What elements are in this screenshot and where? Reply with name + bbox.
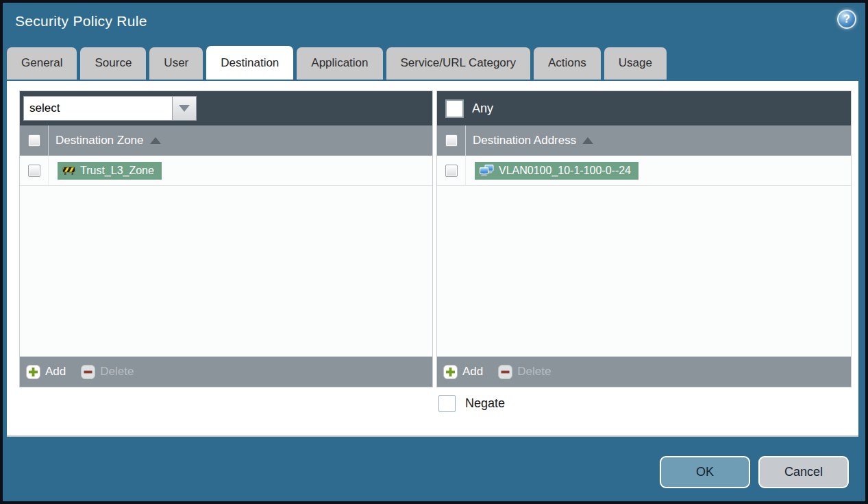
plus-icon (443, 365, 458, 379)
zone-type-select-input[interactable] (23, 96, 172, 121)
tab-general[interactable]: General (7, 47, 77, 80)
dialog-title: Security Policy Rule (15, 13, 147, 29)
address-select-all-cell (437, 125, 466, 156)
address-chip[interactable]: VLAN0100_10-1-100-0--24 (475, 162, 638, 180)
zone-panel-footer: Add Delete (20, 357, 432, 387)
tab-source[interactable]: Source (80, 47, 146, 80)
any-checkbox[interactable] (445, 99, 464, 118)
address-panel-footer: Add Delete (437, 357, 851, 387)
address-panel-toolbar: Any (437, 91, 851, 125)
zone-row-checkbox[interactable] (28, 165, 40, 177)
table-row[interactable]: Trust_L3_Zone (20, 156, 432, 186)
add-zone-label: Add (45, 365, 66, 379)
address-select-all-checkbox[interactable] (445, 134, 458, 147)
address-chip-label: VLAN0100_10-1-100-0--24 (499, 165, 631, 177)
sort-ascending-icon[interactable] (150, 137, 161, 144)
negate-label: Negate (465, 396, 505, 411)
zone-column-header: Destination Zone (20, 125, 432, 156)
minus-icon (498, 365, 512, 379)
destination-zone-panel: Destination Zone (19, 91, 433, 387)
zone-column-label: Destination Zone (55, 134, 144, 147)
tab-service-url-category[interactable]: Service/URL Category (386, 47, 531, 80)
sort-ascending-icon[interactable] (582, 137, 593, 144)
tab-application[interactable]: Application (297, 47, 382, 80)
destination-tab-content: Destination Zone (7, 81, 858, 437)
delete-zone-button[interactable]: Delete (81, 365, 134, 379)
zone-panel-toolbar (20, 91, 432, 125)
ok-button[interactable]: OK (660, 456, 750, 488)
zone-icon (62, 165, 75, 176)
address-list: VLAN0100_10-1-100-0--24 (437, 156, 851, 357)
add-address-label: Add (462, 365, 483, 379)
delete-address-label: Delete (517, 365, 551, 379)
tab-actions[interactable]: Actions (534, 47, 601, 80)
zone-type-select-dropdown-button[interactable] (172, 96, 197, 121)
help-icon[interactable]: ? (837, 10, 856, 29)
address-row-checkbox-cell (437, 156, 466, 185)
add-address-button[interactable]: Add (443, 365, 483, 379)
tab-user[interactable]: User (149, 47, 203, 80)
zone-type-select (23, 96, 197, 121)
tab-bar: General Source User Destination Applicat… (7, 46, 667, 80)
delete-address-button[interactable]: Delete (498, 365, 551, 379)
network-address-icon (480, 165, 494, 176)
address-row-checkbox[interactable] (445, 165, 458, 177)
security-policy-rule-dialog: Security Policy Rule ? General Source Us… (0, 0, 868, 504)
zone-chip-label: Trust_L3_Zone (80, 165, 154, 177)
zone-chip[interactable]: Trust_L3_Zone (58, 162, 162, 180)
delete-zone-label: Delete (100, 365, 134, 379)
zone-select-all-cell (20, 125, 49, 156)
chevron-down-icon (179, 105, 190, 112)
zone-row-checkbox-cell (20, 156, 49, 185)
zone-list: Trust_L3_Zone (20, 156, 432, 357)
destination-address-panel: Any Destination Address (436, 91, 852, 387)
table-row[interactable]: VLAN0100_10-1-100-0--24 (437, 156, 851, 186)
negate-checkbox[interactable] (438, 395, 456, 412)
cancel-button[interactable]: Cancel (758, 456, 849, 488)
any-label: Any (472, 101, 493, 116)
address-column-header: Destination Address (437, 125, 851, 156)
tab-destination[interactable]: Destination (206, 46, 293, 80)
plus-icon (26, 365, 40, 379)
zone-select-all-checkbox[interactable] (28, 134, 40, 147)
tab-usage[interactable]: Usage (604, 47, 667, 80)
address-column-label: Destination Address (473, 134, 576, 147)
negate-option: Negate (438, 395, 505, 412)
add-zone-button[interactable]: Add (26, 365, 66, 379)
minus-icon (81, 365, 95, 379)
